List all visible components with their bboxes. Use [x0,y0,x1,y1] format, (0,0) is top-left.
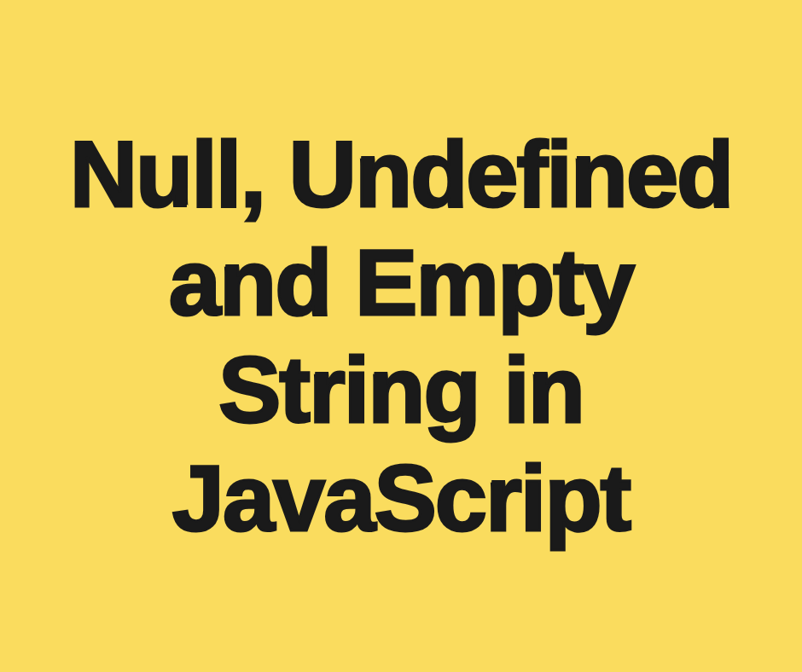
title-graphic-text: Null, Undefined and Empty String in Java… [0,120,802,552]
